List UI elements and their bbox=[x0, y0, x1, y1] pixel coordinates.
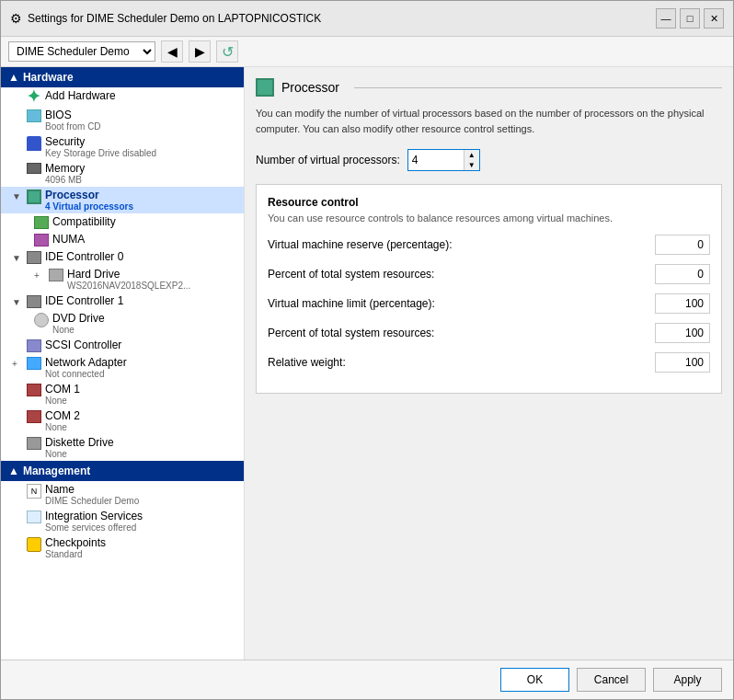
processor-text: Processor 4 Virtual processors bbox=[45, 189, 133, 212]
management-label: Management bbox=[23, 465, 90, 477]
sidebar-item-memory[interactable]: Memory 4096 MB bbox=[1, 160, 244, 187]
checkpoints-name: Checkpoints bbox=[45, 536, 106, 549]
spin-up-button[interactable]: ▲ bbox=[464, 150, 479, 160]
scsi-name: SCSI Controller bbox=[45, 339, 121, 351]
resource-control-group: Resource control You can use resource co… bbox=[256, 184, 722, 394]
sidebar-item-processor[interactable]: ▼ Processor 4 Virtual processors bbox=[1, 187, 244, 213]
spin-down-button[interactable]: ▼ bbox=[464, 160, 479, 170]
add-hardware-text: Add Hardware bbox=[45, 89, 116, 102]
footer: OK Cancel Apply bbox=[1, 660, 733, 699]
integration-icon bbox=[27, 511, 41, 523]
expander: ▼ bbox=[12, 253, 23, 263]
resource-label-0: Virtual machine reserve (percentage): bbox=[268, 238, 655, 251]
ide0-name: IDE Controller 0 bbox=[45, 250, 123, 263]
com1-sub: None bbox=[45, 396, 80, 406]
resource-label-2: Virtual machine limit (percentage): bbox=[268, 297, 655, 310]
close-button[interactable]: ✕ bbox=[704, 8, 724, 29]
sidebar-item-security[interactable]: Security Key Storage Drive disabled bbox=[1, 133, 244, 160]
refresh-button[interactable]: ↺ bbox=[216, 40, 238, 63]
title-bar-left: ⚙ Settings for DIME Scheduler Demo on LA… bbox=[10, 11, 321, 26]
security-sub: Key Storage Drive disabled bbox=[45, 148, 156, 158]
back-button[interactable]: ◀ bbox=[161, 40, 183, 63]
memory-sub: 4096 MB bbox=[45, 175, 85, 185]
resource-value-2: 100 bbox=[655, 293, 710, 314]
sidebar-item-network[interactable]: + Network Adapter Not connected bbox=[1, 354, 244, 381]
sidebar: ▲ Hardware ✦ Add Hardware BIOS Boot from… bbox=[1, 67, 245, 660]
security-text: Security Key Storage Drive disabled bbox=[45, 135, 156, 158]
maximize-button[interactable]: □ bbox=[680, 8, 700, 29]
num-vp-input[interactable]: 4 bbox=[408, 150, 464, 170]
dvddrive-name: DVD Drive bbox=[52, 312, 105, 325]
diskette-sub: None bbox=[45, 449, 114, 459]
sidebar-item-com1[interactable]: COM 1 None bbox=[1, 381, 244, 407]
apply-button[interactable]: Apply bbox=[653, 668, 722, 692]
sidebar-item-ide0[interactable]: ▼ IDE Controller 0 bbox=[1, 248, 244, 266]
com2-name: COM 2 bbox=[45, 409, 80, 422]
add-hardware-name: Add Hardware bbox=[45, 89, 116, 102]
resource-row-3: Percent of total system resources: 100 bbox=[268, 323, 710, 343]
name-name: Name bbox=[45, 483, 139, 496]
main-content: ▲ Hardware ✦ Add Hardware BIOS Boot from… bbox=[1, 67, 733, 660]
sidebar-item-dvddrive[interactable]: DVD Drive None bbox=[1, 310, 244, 337]
panel-processor-icon bbox=[256, 78, 274, 97]
forward-button[interactable]: ▶ bbox=[189, 40, 211, 63]
dvddrive-sub: None bbox=[52, 325, 105, 335]
panel-description: You can modify the number of virtual pro… bbox=[256, 106, 722, 136]
sidebar-item-compatibility[interactable]: Compatibility bbox=[1, 213, 244, 231]
net-icon bbox=[27, 357, 41, 370]
compat-text: Compatibility bbox=[52, 215, 116, 228]
sidebar-item-com2[interactable]: COM 2 None bbox=[1, 407, 244, 434]
right-panel: Processor You can modify the number of v… bbox=[245, 67, 733, 660]
processor-icon bbox=[27, 189, 41, 204]
security-icon bbox=[27, 136, 41, 151]
bios-icon bbox=[27, 109, 41, 122]
management-section-header[interactable]: ▲ Management bbox=[1, 461, 244, 481]
numa-icon bbox=[34, 234, 49, 247]
harddrive-name: Hard Drive bbox=[67, 268, 190, 281]
expander: + bbox=[12, 359, 23, 369]
checkpoints-text: Checkpoints Standard bbox=[45, 536, 106, 559]
sidebar-item-name[interactable]: N Name DIME Scheduler Demo bbox=[1, 481, 244, 508]
com1-icon bbox=[27, 384, 41, 396]
ok-button[interactable]: OK bbox=[500, 668, 569, 692]
sidebar-item-add-hardware[interactable]: ✦ Add Hardware bbox=[1, 87, 244, 107]
integration-name: Integration Services bbox=[45, 510, 143, 522]
security-name: Security bbox=[45, 135, 156, 148]
network-sub: Not connected bbox=[45, 369, 127, 379]
sidebar-item-diskette[interactable]: Diskette Drive None bbox=[1, 434, 244, 461]
name-sub: DIME Scheduler Demo bbox=[45, 496, 139, 506]
hardware-section-header[interactable]: ▲ Hardware bbox=[1, 67, 244, 87]
panel-title: Processor bbox=[281, 80, 339, 95]
memory-name: Memory bbox=[45, 162, 85, 175]
integration-text: Integration Services Some services offer… bbox=[45, 510, 143, 533]
harddrive-sub: WS2016NAV2018SQLEXP2... bbox=[67, 281, 190, 291]
panel-divider bbox=[354, 87, 722, 88]
name-icon: N bbox=[27, 484, 41, 499]
vm-selector[interactable]: DIME Scheduler Demo bbox=[8, 41, 155, 62]
add-hardware-icon: ✦ bbox=[27, 90, 41, 105]
bios-sub: Boot from CD bbox=[45, 121, 101, 132]
minimize-button[interactable]: — bbox=[656, 8, 676, 29]
diskette-name: Diskette Drive bbox=[45, 436, 114, 449]
compat-name: Compatibility bbox=[52, 215, 116, 228]
cancel-button[interactable]: Cancel bbox=[577, 668, 646, 692]
integration-sub: Some services offered bbox=[45, 522, 143, 533]
resource-label-3: Percent of total system resources: bbox=[268, 327, 655, 339]
memory-text: Memory 4096 MB bbox=[45, 162, 85, 185]
sidebar-item-scsi[interactable]: SCSI Controller bbox=[1, 337, 244, 354]
checkpoints-sub: Standard bbox=[45, 549, 106, 559]
sidebar-item-checkpoints[interactable]: Checkpoints Standard bbox=[1, 534, 244, 561]
expander: + bbox=[34, 270, 45, 281]
sidebar-item-ide1[interactable]: ▼ IDE Controller 1 bbox=[1, 293, 244, 310]
sidebar-item-numa[interactable]: NUMA bbox=[1, 231, 244, 248]
sidebar-item-bios[interactable]: BIOS Boot from CD bbox=[1, 107, 244, 133]
num-vp-row: Number of virtual processors: 4 ▲ ▼ bbox=[256, 149, 722, 171]
com1-text: COM 1 None bbox=[45, 383, 80, 406]
sidebar-item-integration[interactable]: Integration Services Some services offer… bbox=[1, 508, 244, 534]
sidebar-item-harddrive[interactable]: + Hard Drive WS2016NAV2018SQLEXP2... bbox=[1, 266, 244, 293]
hardware-label: Hardware bbox=[23, 71, 74, 84]
memory-icon bbox=[27, 163, 41, 174]
numa-name: NUMA bbox=[52, 233, 85, 246]
bios-name: BIOS bbox=[45, 109, 101, 121]
hardware-collapse-icon: ▲ bbox=[8, 71, 19, 84]
